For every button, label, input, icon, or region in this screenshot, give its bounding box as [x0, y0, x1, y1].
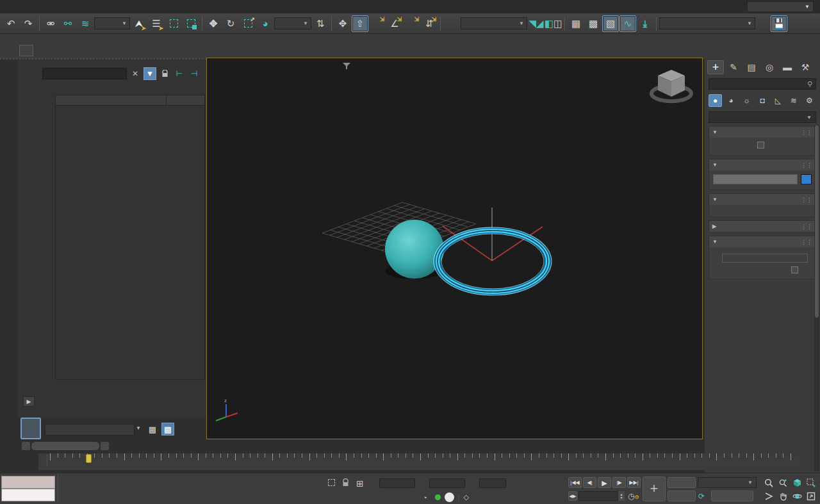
set-key-button[interactable] — [668, 491, 696, 501]
time-configuration-icon[interactable]: ◷⚙ — [628, 492, 639, 501]
slice-on-checkbox[interactable] — [791, 266, 798, 273]
key-mode-toggle[interactable]: ◀▶ — [568, 491, 577, 501]
rollout-keyboard-entry-header[interactable]: ▶ ⋮⋮ — [709, 221, 816, 232]
redo-icon[interactable]: ↷ — [20, 15, 37, 32]
percent-snap-icon[interactable]: ⇲ — [404, 15, 420, 32]
column-header-frozen[interactable] — [166, 95, 204, 105]
frame-counter-value[interactable] — [31, 442, 99, 450]
primitive-category-dropdown[interactable]: ▼ — [709, 111, 816, 123]
pan-hand-icon[interactable] — [776, 491, 789, 502]
auto-key-button[interactable] — [668, 477, 696, 488]
viewport-layout-thumbnail[interactable] — [20, 418, 41, 439]
use-pivot-point-center-icon[interactable]: ⇅ — [312, 15, 329, 32]
key-filters-button[interactable] — [711, 491, 753, 501]
expand-tree-icon[interactable]: ⊢ — [173, 67, 186, 80]
align-icon[interactable]: ◧◫ — [545, 15, 562, 32]
toggle-scene-explorer-icon[interactable]: ▦ — [568, 15, 584, 32]
zoom-region-icon[interactable] — [805, 477, 817, 489]
explorer-search-input[interactable] — [42, 68, 127, 79]
select-by-name-icon[interactable]: ☰➤ — [148, 15, 165, 32]
select-and-move-icon[interactable]: ✥ — [205, 15, 222, 32]
search-all-objects-input[interactable]: ⚲ — [709, 78, 816, 90]
select-and-manipulate-icon[interactable]: ✥ — [334, 15, 351, 32]
schematic-view-icon[interactable]: ▩ — [161, 423, 174, 435]
select-object-icon[interactable]: ⮝➤ — [131, 15, 147, 32]
perspective-viewport[interactable]: z — [206, 58, 703, 439]
save-file-icon[interactable]: 💾 — [771, 15, 787, 32]
category-systems-icon[interactable]: ⚙ — [803, 94, 816, 107]
prev-frame-button[interactable] — [22, 442, 30, 450]
object-name-field[interactable] — [713, 174, 798, 184]
select-and-scale-icon[interactable]: ↗ — [240, 15, 256, 32]
toolbar-overflow2-icon[interactable] — [788, 15, 802, 32]
zoom-all-icon[interactable] — [776, 477, 789, 489]
maxscript-mini-listener[interactable] — [1, 476, 55, 489]
rollout-name-color-header[interactable]: ▼ ⋮⋮ — [709, 159, 816, 170]
tab-create[interactable]: + — [707, 60, 724, 74]
category-geometry-icon[interactable]: ● — [709, 94, 722, 107]
snaps-toggle-icon[interactable]: ⇲ — [369, 15, 386, 32]
zoom-extents-icon[interactable] — [791, 477, 803, 489]
transform-type-in-icon[interactable]: ⊞ — [356, 478, 364, 489]
selection-lock-icon[interactable] — [342, 478, 349, 487]
play-button[interactable]: ▶ — [598, 477, 611, 488]
previous-key-button[interactable]: ◀| — [583, 477, 596, 488]
maximize-viewport-icon[interactable] — [805, 491, 817, 502]
explorer-collapse-arrow[interactable]: ▶ — [23, 396, 35, 407]
edit-named-selection-sets-icon[interactable] — [443, 15, 460, 32]
frame-spinner[interactable]: ▲▼ — [618, 491, 625, 501]
category-lights-icon[interactable]: ☼ — [740, 94, 753, 107]
clear-search-icon[interactable]: ✕ — [129, 67, 142, 80]
autogrid-checkbox[interactable] — [757, 142, 764, 149]
rollout-parameters-header[interactable]: ▼ ⋮⋮ — [709, 236, 816, 247]
named-selection-dropdown[interactable]: ▼ — [461, 17, 527, 29]
toggle-layer-explorer-icon[interactable]: ▩ — [585, 15, 602, 32]
tab-motion[interactable]: ◎ — [761, 60, 778, 74]
default-in-out-tangents-icon[interactable]: ⟳ — [698, 492, 705, 501]
x-coordinate-field[interactable] — [379, 478, 415, 488]
orbit-icon[interactable] — [791, 491, 803, 502]
select-and-rotate-icon[interactable]: ↻ — [222, 15, 239, 32]
next-frame-button[interactable] — [101, 442, 109, 450]
animation-mode-icon[interactable]: ◔ — [423, 494, 427, 501]
spinner-snap-icon[interactable]: ⇵⇲ — [421, 15, 438, 32]
category-shapes-icon[interactable]: ◕ — [724, 94, 737, 107]
viewport-filter-icon[interactable] — [343, 63, 350, 70]
sphere-object[interactable] — [385, 220, 444, 279]
object-color-swatch[interactable] — [801, 174, 812, 184]
selection-filter-dropdown[interactable]: ▼ — [94, 17, 130, 29]
undo-icon[interactable]: ↶ — [3, 15, 19, 32]
project-folder-dropdown[interactable]: ▼ — [659, 17, 755, 29]
category-spacewarps-icon[interactable]: ≋ — [787, 94, 800, 107]
collapse-tree-icon[interactable]: ⊣ — [188, 67, 201, 80]
render-setup-icon[interactable]: ⤓ — [637, 15, 653, 32]
trackbar-grip[interactable] — [38, 455, 47, 466]
torus-object[interactable] — [434, 227, 552, 295]
tab-modify[interactable]: ✎ — [725, 60, 742, 74]
toggle-ribbon-icon[interactable]: ▧ — [602, 15, 619, 32]
workspace-dropdown[interactable]: ▼ — [747, 1, 814, 12]
filter-funnel-icon[interactable]: ▼ — [144, 67, 156, 80]
time-slider[interactable] — [86, 454, 92, 463]
layer-dropdown[interactable] — [45, 424, 135, 435]
toolbar-overflow-icon[interactable] — [756, 15, 770, 32]
category-helpers-icon[interactable]: ◺ — [771, 94, 785, 107]
curve-editor-icon[interactable]: ∿ — [619, 15, 636, 32]
category-cameras-icon[interactable]: ◘ — [755, 94, 769, 107]
timeline-ruler[interactable] — [38, 453, 801, 470]
rollout-object-type-header[interactable]: ▼ ⋮⋮ — [709, 127, 816, 138]
tab-utilities[interactable]: ⚒ — [797, 60, 814, 74]
column-header-name[interactable] — [56, 95, 166, 105]
maxscript-listener-input[interactable] — [1, 489, 55, 501]
reference-coordinate-dropdown[interactable]: ▼ — [274, 17, 311, 29]
select-and-place-icon[interactable]: ◕ — [257, 15, 274, 32]
select-and-link-icon[interactable]: ⚮ — [42, 15, 59, 32]
layer-explorer-icon[interactable]: ▩ — [146, 423, 159, 435]
tab-polygon-modeling[interactable] — [19, 45, 33, 56]
window-crossing-toggle-icon[interactable] — [183, 15, 199, 32]
lock-explorer-icon[interactable] — [158, 67, 171, 80]
y-coordinate-field[interactable] — [429, 478, 465, 488]
field-of-view-icon[interactable] — [762, 491, 775, 502]
unlink-selection-icon[interactable]: ⚯ — [60, 15, 76, 32]
next-key-button[interactable]: |▶ — [612, 477, 626, 488]
